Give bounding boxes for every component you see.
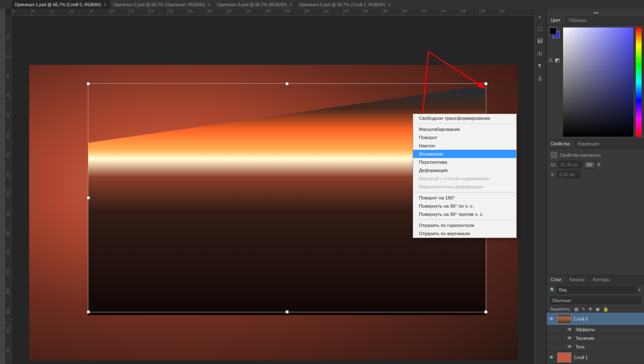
ruler-tick: 6 <box>70 9 90 15</box>
close-icon[interactable]: × <box>388 2 390 7</box>
layer-thumbnail[interactable] <box>557 314 571 324</box>
layer-row[interactable]: 👁Слой 1 <box>547 351 644 364</box>
menu-separator <box>413 124 516 124</box>
blend-mode-select[interactable]: Обычные <box>550 297 641 304</box>
layer-thumbnail[interactable] <box>557 353 571 362</box>
history-icon[interactable]: ⬚ <box>535 24 545 34</box>
ruler-tick: 36 <box>363 9 382 15</box>
context-menu-item[interactable]: Перспектива <box>413 158 516 166</box>
layer-row[interactable]: 👁Эффекты <box>547 325 644 334</box>
context-menu-item[interactable]: Наклон <box>413 142 516 150</box>
tab-layers[interactable]: Слои <box>547 275 566 284</box>
ruler-tick: 28 <box>285 9 304 15</box>
ruler-tick: 30 <box>6 327 10 347</box>
ruler-tick: 0 <box>6 35 10 55</box>
tab-label: Оригинал-3.psd @ 66,7% (RGB/8#) <box>217 2 287 7</box>
tab-channels[interactable]: Каналы <box>566 275 589 284</box>
close-icon[interactable]: × <box>289 2 292 7</box>
layer-name: Слой 1 <box>574 355 588 360</box>
transform-context-menu: Свободное трансформированиеМасштабирован… <box>413 114 517 238</box>
context-menu-item[interactable]: Свободное трансформирование <box>413 114 516 122</box>
link-dimensions-button[interactable]: GĐ <box>584 161 595 168</box>
properties-title: Свойства пиксельно <box>560 153 600 158</box>
visibility-eye-icon[interactable]: 👁 <box>567 344 573 350</box>
foreground-background-colors[interactable] <box>549 27 561 39</box>
close-icon[interactable]: × <box>207 2 210 7</box>
context-menu-item[interactable]: Деформация <box>413 166 516 174</box>
ruler-tick: 32 <box>324 9 343 15</box>
ruler-tick: 20 <box>207 9 226 15</box>
context-menu-item[interactable]: Повернуть на 90° против ч. с. <box>413 210 516 218</box>
x-input[interactable] <box>557 171 580 178</box>
lock-label: Закрепить: <box>550 307 571 311</box>
visibility-eye-icon[interactable]: 👁 <box>549 355 555 360</box>
vertical-type-icon[interactable]: A| <box>535 48 545 58</box>
color-panel: ⚠ ◩ <box>547 25 644 139</box>
document-tab[interactable]: Оригинал-3.psd @ 66,7% (RGB/8#)× <box>214 0 295 9</box>
filter-chevron-icon[interactable]: ▾ <box>638 287 641 292</box>
context-menu-item[interactable]: Искажение <box>413 150 516 158</box>
context-menu-item[interactable]: Масштабирование <box>413 125 516 133</box>
search-icon[interactable]: 🔍 <box>550 287 555 293</box>
ruler-tick: 2 <box>6 55 10 74</box>
visibility-eye-icon[interactable]: 👁 <box>549 316 555 322</box>
tab-adjustments[interactable]: Коррекция <box>574 140 603 148</box>
tab-label: Оригинал-1.psd @ 66,7% (Слой 0, RGB/8#) <box>15 2 101 7</box>
ruler-tick: 32 <box>6 347 10 364</box>
paragraph-icon[interactable]: ¶ <box>535 61 545 71</box>
ruler-tick: 40 <box>402 9 421 15</box>
dock-expand-icon[interactable]: » <box>535 11 545 21</box>
lock-all-icon[interactable]: 🔒 <box>603 307 609 312</box>
layer-filter-kind[interactable]: Вид <box>557 286 637 293</box>
tab-swatches[interactable]: Образцы <box>565 16 591 25</box>
document-tab[interactable]: Оригинал-2.psd @ 66,7% (Оригинал, RGB/8#… <box>110 0 214 9</box>
layer-row[interactable]: 👁Слой 0 <box>547 313 644 325</box>
hue-slider[interactable] <box>636 27 642 137</box>
document-tab[interactable]: Оригинал-4.psd @ 66,7% (Слой 1, RGB/8#)× <box>296 0 394 9</box>
close-icon[interactable]: × <box>104 2 106 7</box>
glyphs-icon[interactable]: A <box>535 73 545 83</box>
context-menu-item[interactable]: Повернуть на 90° по ч. с. <box>413 202 516 210</box>
lock-artboard-icon[interactable]: ▣ <box>596 307 600 312</box>
context-menu-item[interactable]: Поворот на 180° <box>413 194 516 202</box>
ruler-tick: 8 <box>6 113 10 133</box>
visibility-eye-icon[interactable]: 👁 <box>567 327 573 332</box>
character-panel-icon[interactable]: 🗟 <box>535 36 545 46</box>
panel-collapse-icon[interactable]: ◂◂ <box>547 9 644 16</box>
layer-list: 👁Слой 0👁Эффекты👁Тиснение👁Тень👁Слой 1 <box>547 313 644 364</box>
layer-name: Тень <box>575 344 585 349</box>
context-menu-item[interactable]: Поворот <box>413 133 516 142</box>
menu-separator <box>413 220 516 220</box>
lock-transparency-icon[interactable]: ▦ <box>574 307 578 312</box>
ruler-tick: 20 <box>6 230 10 250</box>
tab-paths[interactable]: Контуры <box>589 275 614 284</box>
document-tab[interactable]: Оригинал-1.psd @ 66,7% (Слой 0, RGB/8#)× <box>12 0 110 9</box>
context-menu-item[interactable]: Отразить по горизонтали <box>413 221 516 229</box>
gamut-warning-icon[interactable]: ⚠ ◩ <box>548 57 560 63</box>
foreground-color[interactable] <box>549 27 557 35</box>
ruler-tick: 4 <box>6 74 10 94</box>
ruler-tick: 2 <box>31 9 51 15</box>
canvas-area[interactable]: 0246810121416182022242628303234363840424… <box>6 9 533 364</box>
tab-color[interactable]: Цвет <box>547 16 565 25</box>
ruler-tick: 48 <box>480 9 499 15</box>
ruler-tick: 14 <box>148 9 168 15</box>
ruler-horizontal[interactable]: 0246810121416182022242628303234363840424… <box>12 9 533 16</box>
layer-row[interactable]: 👁Тень <box>547 343 644 351</box>
ruler-tick: 42 <box>421 9 441 15</box>
ruler-tick: 8 <box>90 9 109 15</box>
ruler-tick: 0 <box>12 9 31 15</box>
ruler-tick: 18 <box>6 211 10 230</box>
layer-name: Тиснение <box>575 336 594 341</box>
tab-properties[interactable]: Свойства <box>547 140 574 148</box>
context-menu-item[interactable]: Отразить по вертикали <box>413 229 516 238</box>
lock-pixels-icon[interactable]: ✎ <box>582 307 585 312</box>
visibility-eye-icon[interactable]: 👁 <box>567 335 573 341</box>
width-input[interactable] <box>559 161 582 168</box>
ruler-vertical[interactable]: 0246810121416182022242628303234 <box>6 16 12 364</box>
lock-position-icon[interactable]: ✥ <box>589 307 592 312</box>
layer-row[interactable]: 👁Тиснение <box>547 334 644 343</box>
ruler-tick: 6 <box>6 94 10 113</box>
ruler-tick: 16 <box>6 191 10 211</box>
color-field[interactable] <box>563 27 633 137</box>
